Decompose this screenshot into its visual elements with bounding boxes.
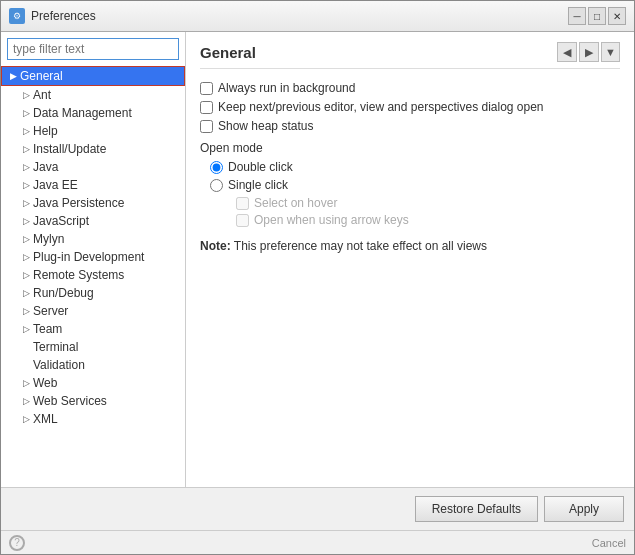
tree-arrow-icon: ▷ [19, 252, 33, 262]
close-button[interactable]: ✕ [608, 7, 626, 25]
tree-item-label: Java [33, 160, 58, 174]
select-hover-checkbox[interactable] [236, 197, 249, 210]
tree-arrow-icon: ▷ [19, 216, 33, 226]
options-section: Always run in backgroundKeep next/previo… [200, 81, 620, 477]
nav-dropdown-button[interactable]: ▼ [601, 42, 620, 62]
cb_editor-label: Keep next/previous editor, view and pers… [218, 100, 544, 114]
tree-item[interactable]: ▷Java EE [1, 176, 185, 194]
cb_heap-label: Show heap status [218, 119, 313, 133]
tree-item-label: Help [33, 124, 58, 138]
tree-item-label: Validation [33, 358, 85, 372]
sub-options: Select on hover Open when using arrow ke… [236, 196, 620, 227]
tree-item-label: Run/Debug [33, 286, 94, 300]
cb_background-checkbox[interactable] [200, 82, 213, 95]
content-area: ▶General▷Ant▷Data Management▷Help▷Instal… [1, 32, 634, 487]
tree-item-label: Remote Systems [33, 268, 124, 282]
tree-item[interactable]: ▷JavaScript [1, 212, 185, 230]
filter-input[interactable] [7, 38, 179, 60]
tree-arrow-icon: ▷ [19, 162, 33, 172]
tree-item-label: Web [33, 376, 57, 390]
tree-arrow-icon: ▷ [19, 144, 33, 154]
preferences-window: ⚙ Preferences ─ □ ✕ ▶General▷Ant▷Data Ma… [0, 0, 635, 555]
help-icon[interactable]: ? [9, 535, 25, 551]
nav-back-button[interactable]: ◀ [557, 42, 577, 62]
tree-item[interactable]: ▶General [1, 66, 185, 86]
apply-button[interactable]: Apply [544, 496, 624, 522]
checkbox-row: Keep next/previous editor, view and pers… [200, 100, 620, 114]
tree-arrow-icon: ▷ [19, 270, 33, 280]
tree-item[interactable]: ▷Web Services [1, 392, 185, 410]
tree-item[interactable]: ▷Java Persistence [1, 194, 185, 212]
tree-item-label: Team [33, 322, 62, 336]
tree-item[interactable]: Terminal [1, 338, 185, 356]
right-panel: General ◀ ▶ ▼ Always run in backgroundKe… [186, 32, 634, 487]
tree-item-label: Mylyn [33, 232, 64, 246]
tree-item-label: Install/Update [33, 142, 106, 156]
tree-arrow-icon: ▷ [19, 306, 33, 316]
tree-item[interactable]: ▷Remote Systems [1, 266, 185, 284]
tree-item-label: Java Persistence [33, 196, 124, 210]
tree-item-label: Server [33, 304, 68, 318]
select-hover-row: Select on hover [236, 196, 620, 210]
tree-arrow-icon: ▷ [19, 378, 33, 388]
title-bar-left: ⚙ Preferences [9, 8, 96, 24]
radio-group: Double click Single click Select on hove… [210, 160, 620, 227]
double-click-label: Double click [228, 160, 293, 174]
double-click-radio[interactable] [210, 161, 223, 174]
nav-arrows: ◀ ▶ ▼ [557, 42, 620, 62]
tree-item-label: Ant [33, 88, 51, 102]
panel-title: General [200, 44, 256, 61]
tree-item[interactable]: ▷Mylyn [1, 230, 185, 248]
restore-defaults-button[interactable]: Restore Defaults [415, 496, 538, 522]
right-header: General ◀ ▶ ▼ [200, 42, 620, 69]
nav-forward-button[interactable]: ▶ [579, 42, 599, 62]
cancel-text: Cancel [592, 537, 626, 549]
tree-arrow-icon: ▷ [19, 126, 33, 136]
tree-item[interactable]: ▷XML [1, 410, 185, 428]
tree-item-label: JavaScript [33, 214, 89, 228]
tree-arrow-icon: ▶ [6, 71, 20, 81]
open-arrow-label: Open when using arrow keys [254, 213, 409, 227]
tree-item-label: Terminal [33, 340, 78, 354]
tree-item-label: Data Management [33, 106, 132, 120]
app-icon: ⚙ [9, 8, 25, 24]
minimize-button[interactable]: ─ [568, 7, 586, 25]
tree-item[interactable]: ▷Web [1, 374, 185, 392]
cb_background-label: Always run in background [218, 81, 355, 95]
window-controls: ─ □ ✕ [568, 7, 626, 25]
tree-arrow-icon: ▷ [19, 396, 33, 406]
window-title: Preferences [31, 9, 96, 23]
tree-item[interactable]: ▷Help [1, 122, 185, 140]
tree-item-label: Java EE [33, 178, 78, 192]
tree-item-label: Plug-in Development [33, 250, 144, 264]
tree-item[interactable]: ▷Team [1, 320, 185, 338]
tree-arrow-icon: ▷ [19, 234, 33, 244]
status-bar: ? Cancel [1, 530, 634, 554]
tree-item[interactable]: ▷Run/Debug [1, 284, 185, 302]
cb_editor-checkbox[interactable] [200, 101, 213, 114]
tree-item[interactable]: ▷Plug-in Development [1, 248, 185, 266]
single-click-label: Single click [228, 178, 288, 192]
open-mode-label: Open mode [200, 141, 620, 155]
cb_heap-checkbox[interactable] [200, 120, 213, 133]
tree-item-label: General [20, 69, 63, 83]
tree-arrow-icon: ▷ [19, 198, 33, 208]
select-hover-label: Select on hover [254, 196, 337, 210]
single-click-radio[interactable] [210, 179, 223, 192]
checkbox-row: Always run in background [200, 81, 620, 95]
tree-item[interactable]: ▷Install/Update [1, 140, 185, 158]
single-click-row: Single click [210, 178, 620, 192]
tree-item[interactable]: ▷Java [1, 158, 185, 176]
tree-arrow-icon: ▷ [19, 180, 33, 190]
tree-arrow-icon: ▷ [19, 90, 33, 100]
tree-item[interactable]: ▷Data Management [1, 104, 185, 122]
tree-item[interactable]: Validation [1, 356, 185, 374]
tree-arrow-icon: ▷ [19, 108, 33, 118]
maximize-button[interactable]: □ [588, 7, 606, 25]
open-arrow-checkbox[interactable] [236, 214, 249, 227]
double-click-row: Double click [210, 160, 620, 174]
tree-item[interactable]: ▷Server [1, 302, 185, 320]
tree-arrow-icon: ▷ [19, 414, 33, 424]
checkbox-row: Show heap status [200, 119, 620, 133]
tree-item[interactable]: ▷Ant [1, 86, 185, 104]
